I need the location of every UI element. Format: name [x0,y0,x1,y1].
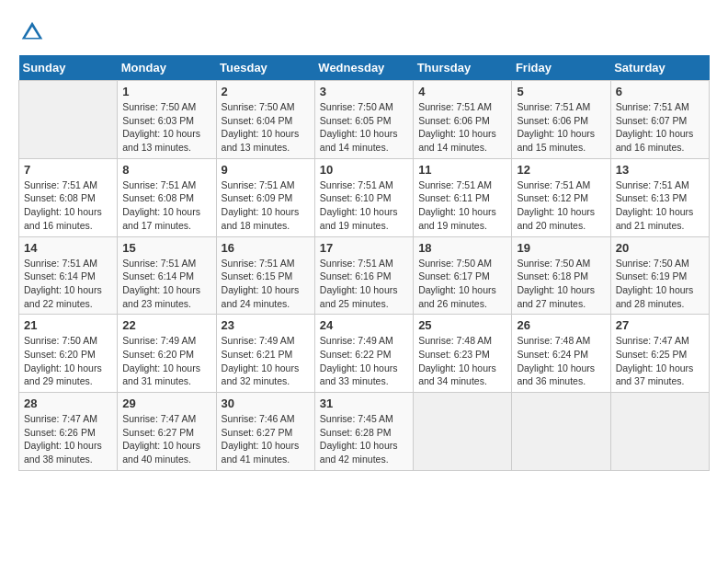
calendar-day-cell: 1Sunrise: 7:50 AMSunset: 6:03 PMDaylight… [118,81,216,159]
day-number: 17 [320,241,408,255]
logo [18,18,48,46]
day-info: Sunrise: 7:46 AMSunset: 6:27 PMDaylight:… [222,412,310,466]
calendar-table: SundayMondayTuesdayWednesdayThursdayFrid… [18,55,710,471]
calendar-day-cell: 30Sunrise: 7:46 AMSunset: 6:27 PMDayligh… [216,393,314,471]
calendar-day-cell: 5Sunrise: 7:51 AMSunset: 6:06 PMDaylight… [512,81,610,159]
day-number: 6 [616,85,704,98]
calendar-day-cell [414,393,512,471]
day-info: Sunrise: 7:49 AMSunset: 6:21 PMDaylight:… [222,334,310,388]
calendar-day-cell: 11Sunrise: 7:51 AMSunset: 6:11 PMDayligh… [414,158,512,236]
day-number: 30 [222,396,310,410]
calendar-day-cell: 10Sunrise: 7:51 AMSunset: 6:10 PMDayligh… [314,158,413,236]
calendar-day-cell [512,393,610,471]
calendar-day-cell: 31Sunrise: 7:45 AMSunset: 6:28 PMDayligh… [314,393,413,471]
day-number: 9 [222,163,310,177]
day-info: Sunrise: 7:49 AMSunset: 6:22 PMDaylight:… [320,334,408,388]
weekday-header: Monday [118,55,216,81]
day-number: 2 [222,85,310,98]
day-info: Sunrise: 7:51 AMSunset: 6:12 PMDaylight:… [517,178,605,233]
calendar-day-cell: 24Sunrise: 7:49 AMSunset: 6:22 PMDayligh… [314,315,413,393]
day-info: Sunrise: 7:50 AMSunset: 6:19 PMDaylight:… [616,257,704,311]
weekday-header: Wednesday [314,55,413,81]
calendar-day-cell: 15Sunrise: 7:51 AMSunset: 6:14 PMDayligh… [118,236,216,315]
calendar-day-cell: 3Sunrise: 7:50 AMSunset: 6:05 PMDaylight… [314,81,413,159]
day-info: Sunrise: 7:50 AMSunset: 6:05 PMDaylight:… [320,100,408,155]
weekday-header: Sunday [19,55,118,81]
day-info: Sunrise: 7:47 AMSunset: 6:26 PMDaylight:… [24,412,112,466]
calendar-week-row: 1Sunrise: 7:50 AMSunset: 6:03 PMDaylight… [19,81,710,159]
calendar-day-cell: 7Sunrise: 7:51 AMSunset: 6:08 PMDaylight… [19,158,118,236]
day-number: 10 [320,163,408,177]
day-number: 14 [24,241,112,255]
day-number: 20 [616,241,704,255]
day-info: Sunrise: 7:47 AMSunset: 6:27 PMDaylight:… [122,412,210,466]
day-info: Sunrise: 7:50 AMSunset: 6:18 PMDaylight:… [517,257,605,311]
weekday-header: Friday [512,55,610,81]
day-number: 31 [320,396,408,410]
day-number: 4 [418,85,506,98]
calendar-day-cell: 9Sunrise: 7:51 AMSunset: 6:09 PMDaylight… [216,158,314,236]
calendar-day-cell: 2Sunrise: 7:50 AMSunset: 6:04 PMDaylight… [216,81,314,159]
day-info: Sunrise: 7:51 AMSunset: 6:14 PMDaylight:… [122,257,210,311]
day-info: Sunrise: 7:51 AMSunset: 6:13 PMDaylight:… [616,178,704,233]
calendar-day-cell: 13Sunrise: 7:51 AMSunset: 6:13 PMDayligh… [610,158,709,236]
day-info: Sunrise: 7:50 AMSunset: 6:17 PMDaylight:… [418,257,506,311]
day-number: 24 [320,318,408,332]
calendar-day-cell: 23Sunrise: 7:49 AMSunset: 6:21 PMDayligh… [216,315,314,393]
calendar-day-cell: 4Sunrise: 7:51 AMSunset: 6:06 PMDaylight… [414,81,512,159]
day-info: Sunrise: 7:51 AMSunset: 6:09 PMDaylight:… [222,178,310,233]
day-info: Sunrise: 7:45 AMSunset: 6:28 PMDaylight:… [320,412,408,466]
weekday-header: Thursday [414,55,512,81]
calendar-day-cell: 17Sunrise: 7:51 AMSunset: 6:16 PMDayligh… [314,236,413,315]
calendar-day-cell: 12Sunrise: 7:51 AMSunset: 6:12 PMDayligh… [512,158,610,236]
day-info: Sunrise: 7:51 AMSunset: 6:07 PMDaylight:… [616,100,704,155]
calendar-day-cell: 16Sunrise: 7:51 AMSunset: 6:15 PMDayligh… [216,236,314,315]
calendar-day-cell: 28Sunrise: 7:47 AMSunset: 6:26 PMDayligh… [19,393,118,471]
day-number: 8 [122,163,210,177]
day-info: Sunrise: 7:47 AMSunset: 6:25 PMDaylight:… [616,334,704,388]
weekday-header: Saturday [610,55,709,81]
day-number: 26 [517,318,605,332]
calendar-day-cell: 29Sunrise: 7:47 AMSunset: 6:27 PMDayligh… [118,393,216,471]
day-number: 25 [418,318,506,332]
day-info: Sunrise: 7:51 AMSunset: 6:08 PMDaylight:… [122,178,210,233]
day-number: 15 [122,241,210,255]
day-number: 16 [222,241,310,255]
day-info: Sunrise: 7:51 AMSunset: 6:16 PMDaylight:… [320,257,408,311]
day-info: Sunrise: 7:51 AMSunset: 6:11 PMDaylight:… [418,178,506,233]
calendar-day-cell: 14Sunrise: 7:51 AMSunset: 6:14 PMDayligh… [19,236,118,315]
calendar-day-cell: 22Sunrise: 7:49 AMSunset: 6:20 PMDayligh… [118,315,216,393]
calendar-day-cell: 27Sunrise: 7:47 AMSunset: 6:25 PMDayligh… [610,315,709,393]
day-info: Sunrise: 7:51 AMSunset: 6:15 PMDaylight:… [222,257,310,311]
calendar-day-cell: 6Sunrise: 7:51 AMSunset: 6:07 PMDaylight… [610,81,709,159]
day-info: Sunrise: 7:51 AMSunset: 6:06 PMDaylight:… [418,100,506,155]
calendar-day-cell: 26Sunrise: 7:48 AMSunset: 6:24 PMDayligh… [512,315,610,393]
calendar-week-row: 21Sunrise: 7:50 AMSunset: 6:20 PMDayligh… [19,315,710,393]
day-number: 11 [418,163,506,177]
day-info: Sunrise: 7:48 AMSunset: 6:24 PMDaylight:… [517,334,605,388]
weekday-header: Tuesday [216,55,314,81]
day-number: 1 [122,85,210,98]
day-number: 13 [616,163,704,177]
calendar-day-cell: 8Sunrise: 7:51 AMSunset: 6:08 PMDaylight… [118,158,216,236]
calendar-day-cell: 25Sunrise: 7:48 AMSunset: 6:23 PMDayligh… [414,315,512,393]
calendar-week-row: 7Sunrise: 7:51 AMSunset: 6:08 PMDaylight… [19,158,710,236]
day-number: 28 [24,396,112,410]
day-info: Sunrise: 7:51 AMSunset: 6:08 PMDaylight:… [24,178,112,233]
day-number: 21 [24,318,112,332]
calendar-day-cell: 21Sunrise: 7:50 AMSunset: 6:20 PMDayligh… [19,315,118,393]
day-number: 12 [517,163,605,177]
day-number: 23 [222,318,310,332]
calendar-day-cell [19,81,118,159]
calendar-day-cell [610,393,709,471]
page-header [18,18,710,46]
weekday-header-row: SundayMondayTuesdayWednesdayThursdayFrid… [19,55,710,81]
day-info: Sunrise: 7:51 AMSunset: 6:10 PMDaylight:… [320,178,408,233]
day-info: Sunrise: 7:48 AMSunset: 6:23 PMDaylight:… [418,334,506,388]
day-number: 18 [418,241,506,255]
day-info: Sunrise: 7:50 AMSunset: 6:20 PMDaylight:… [24,334,112,388]
day-number: 3 [320,85,408,98]
calendar-day-cell: 18Sunrise: 7:50 AMSunset: 6:17 PMDayligh… [414,236,512,315]
day-info: Sunrise: 7:51 AMSunset: 6:06 PMDaylight:… [517,100,605,155]
day-number: 27 [616,318,704,332]
